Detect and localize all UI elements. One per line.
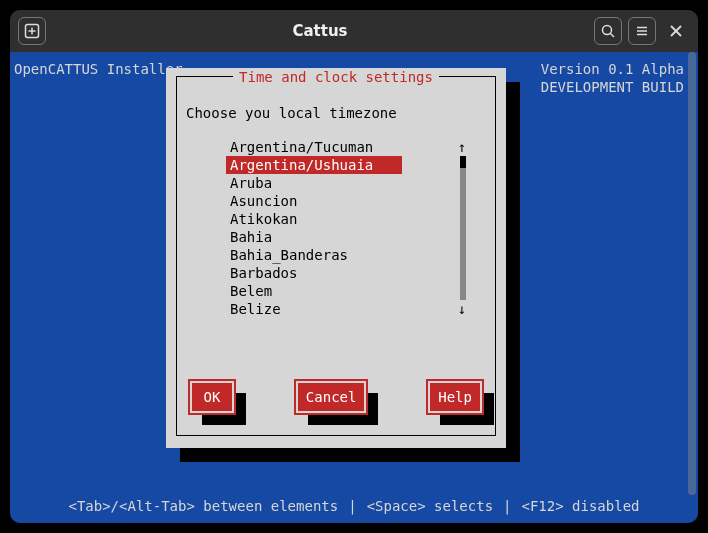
window-title: Cattus	[46, 22, 594, 40]
list-scrollbar-thumb[interactable]	[460, 156, 466, 168]
timezone-dialog: Time and clock settings Choose you local…	[166, 68, 506, 448]
close-icon	[669, 24, 683, 38]
build-line: DEVELOPMENT BUILD	[541, 78, 684, 96]
dialog-title: Time and clock settings	[233, 69, 439, 85]
dialog-title-wrap: Time and clock settings	[166, 68, 506, 86]
list-scrollbar[interactable]	[460, 156, 466, 300]
search-icon	[600, 23, 616, 39]
installer-name: OpenCATTUS Installer	[14, 60, 183, 78]
menu-button[interactable]	[628, 17, 656, 45]
list-item[interactable]: Belem	[226, 282, 454, 300]
list-item[interactable]: Barbados	[226, 264, 454, 282]
list-item[interactable]: Belize	[226, 300, 454, 318]
arrow-up-icon[interactable]: ↑	[458, 138, 466, 156]
footer-hints: <Tab>/<Alt-Tab> between elements | <Spac…	[24, 497, 684, 515]
hint-sep: |	[348, 497, 356, 515]
hamburger-icon	[634, 23, 650, 39]
list-item[interactable]: Argentina/Tucuman	[226, 138, 454, 156]
list-item-selected[interactable]: Argentina/Ushuaia	[226, 156, 402, 174]
timezone-list[interactable]: Argentina/Tucuman Argentina/Ushuaia Arub…	[226, 138, 454, 310]
new-tab-button[interactable]	[18, 17, 46, 45]
version-line: Version 0.1 Alpha	[541, 60, 684, 78]
arrow-down-icon[interactable]: ↓	[458, 300, 466, 318]
hint-tab: <Tab>/<Alt-Tab> between elements	[68, 497, 338, 515]
hint-sep: |	[503, 497, 511, 515]
terminal-area: OpenCATTUS Installer Version 0.1 Alpha D…	[10, 52, 698, 523]
new-tab-icon	[24, 23, 40, 39]
installer-version: Version 0.1 Alpha DEVELOPMENT BUILD	[541, 60, 684, 96]
search-button[interactable]	[594, 17, 622, 45]
list-arrows: ↑ ↓	[458, 138, 466, 156]
terminal-scrollbar[interactable]	[688, 52, 696, 495]
close-window-button[interactable]	[662, 17, 690, 45]
list-item[interactable]: Bahia	[226, 228, 454, 246]
list-item[interactable]: Atikokan	[226, 210, 454, 228]
titlebar: Cattus	[10, 10, 698, 52]
list-item[interactable]: Asuncion	[226, 192, 454, 210]
help-button[interactable]: Help	[428, 381, 482, 413]
svg-point-3	[603, 26, 612, 35]
dialog-prompt: Choose you local timezone	[186, 104, 397, 122]
ok-button[interactable]: OK	[190, 381, 234, 413]
list-item[interactable]: Bahia_Banderas	[226, 246, 454, 264]
terminal-scrollbar-thumb[interactable]	[688, 52, 696, 495]
list-item[interactable]: Aruba	[226, 174, 454, 192]
hint-space: <Space> selects	[367, 497, 493, 515]
app-window: Cattus	[10, 10, 698, 523]
hint-f12: <F12> disabled	[522, 497, 640, 515]
svg-line-4	[611, 34, 615, 38]
cancel-button[interactable]: Cancel	[296, 381, 367, 413]
dialog-buttons: OK Cancel Help	[190, 381, 482, 413]
